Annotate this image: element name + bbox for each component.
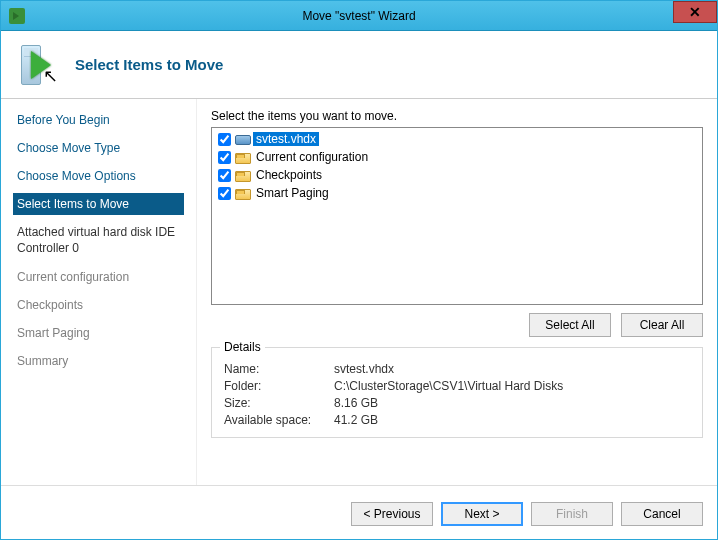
titlebar: Move "svtest" Wizard ✕ — [1, 1, 717, 31]
sidebar-item-smart-paging: Smart Paging — [13, 322, 184, 344]
folder-icon — [235, 189, 251, 200]
detail-folder-value: C:\ClusterStorage\CSV1\Virtual Hard Disk… — [334, 379, 690, 393]
sidebar-item-attached-vhd[interactable]: Attached virtual hard disk IDE Controlle… — [13, 221, 184, 260]
disk-icon — [235, 135, 251, 145]
next-button[interactable]: Next > — [441, 502, 523, 526]
item-label: Current configuration — [253, 150, 371, 164]
item-checkbox[interactable] — [218, 151, 231, 164]
sidebar-item-before-you-begin[interactable]: Before You Begin — [13, 109, 184, 131]
wizard-main: Select the items you want to move. svtes… — [197, 99, 717, 485]
item-label: Smart Paging — [253, 186, 332, 200]
detail-name-value: svtest.vhdx — [334, 362, 690, 376]
cancel-button[interactable]: Cancel — [621, 502, 703, 526]
wizard-footer: < Previous Next > Finish Cancel — [1, 485, 717, 540]
wizard-body: Before You Begin Choose Move Type Choose… — [1, 99, 717, 485]
item-checkbox[interactable] — [218, 187, 231, 200]
list-item[interactable]: Current configuration — [214, 148, 700, 166]
folder-icon — [235, 171, 251, 182]
previous-button[interactable]: < Previous — [351, 502, 433, 526]
list-item[interactable]: svtest.vhdx — [214, 130, 700, 148]
window-title: Move "svtest" Wizard — [1, 9, 717, 23]
item-label: svtest.vhdx — [253, 132, 319, 146]
sidebar-item-current-configuration: Current configuration — [13, 266, 184, 288]
page-title: Select Items to Move — [75, 56, 223, 73]
sidebar-item-select-items-to-move[interactable]: Select Items to Move — [13, 193, 184, 215]
folder-icon — [235, 153, 251, 164]
detail-size-value: 8.16 GB — [334, 396, 690, 410]
cursor-icon: ↖ — [43, 65, 58, 87]
detail-avail-value: 41.2 GB — [334, 413, 690, 427]
detail-avail-label: Available space: — [224, 413, 334, 427]
sidebar-item-summary: Summary — [13, 350, 184, 372]
sidebar-item-checkpoints: Checkpoints — [13, 294, 184, 316]
sidebar-item-choose-move-type[interactable]: Choose Move Type — [13, 137, 184, 159]
list-item[interactable]: Checkpoints — [214, 166, 700, 184]
item-checkbox[interactable] — [218, 133, 231, 146]
list-item[interactable]: Smart Paging — [214, 184, 700, 202]
details-groupbox: Details Name: svtest.vhdx Folder: C:\Clu… — [211, 347, 703, 438]
item-label: Checkpoints — [253, 168, 325, 182]
sidebar-item-choose-move-options[interactable]: Choose Move Options — [13, 165, 184, 187]
detail-folder-label: Folder: — [224, 379, 334, 393]
clear-all-button[interactable]: Clear All — [621, 313, 703, 337]
item-checkbox[interactable] — [218, 169, 231, 182]
wizard-header-icon: ↖ — [15, 41, 63, 89]
select-all-button[interactable]: Select All — [529, 313, 611, 337]
wizard-sidebar: Before You Begin Choose Move Type Choose… — [1, 99, 197, 485]
details-legend: Details — [220, 340, 265, 354]
detail-size-label: Size: — [224, 396, 334, 410]
wizard-header: ↖ Select Items to Move — [1, 31, 717, 99]
list-button-bar: Select All Clear All — [211, 313, 703, 337]
items-listbox[interactable]: svtest.vhdx Current configuration Checkp… — [211, 127, 703, 305]
instruction-text: Select the items you want to move. — [211, 109, 703, 123]
detail-name-label: Name: — [224, 362, 334, 376]
details-grid: Name: svtest.vhdx Folder: C:\ClusterStor… — [224, 362, 690, 427]
finish-button: Finish — [531, 502, 613, 526]
